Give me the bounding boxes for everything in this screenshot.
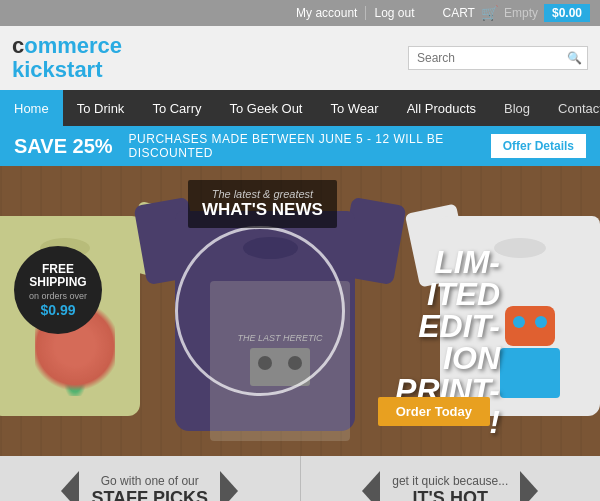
staff-picks-main: STAFF PICKS <box>91 488 208 501</box>
nav-right: Blog Contact About <box>490 90 600 126</box>
search-input[interactable] <box>417 51 567 65</box>
robot-design <box>490 306 570 406</box>
offer-details-button[interactable]: Offer Details <box>491 134 586 158</box>
search-icon: 🔍 <box>567 51 582 65</box>
promo-description: PURCHASES MADE BETWEEN JUNE 5 - 12 WILL … <box>129 132 475 160</box>
promo-banner: SAVE 25% PURCHASES MADE BETWEEN JUNE 5 -… <box>0 126 600 166</box>
my-account-link[interactable]: My account <box>288 6 366 20</box>
staff-picks-pre: Go with one of our <box>91 474 208 488</box>
promo-save-text: SAVE 25% <box>14 135 113 158</box>
robot-body <box>500 348 560 398</box>
right-shirt-collar <box>494 238 546 258</box>
hot-text: get it quick because... IT'S HOT <box>392 474 508 501</box>
hot-arrow-left-icon <box>362 471 380 501</box>
robot-eye-left <box>513 316 525 328</box>
nav-left: Home To Drink To Carry To Geek Out To We… <box>0 90 490 126</box>
log-out-link[interactable]: Log out <box>366 6 422 20</box>
cart-price: $0.00 <box>544 4 590 22</box>
nav-item-home[interactable]: Home <box>0 90 63 126</box>
order-today-button[interactable]: Order Today <box>378 397 490 426</box>
robot-head <box>505 306 555 346</box>
nav-item-to-wear[interactable]: To Wear <box>316 90 392 126</box>
whats-new-sub: The latest & greatest <box>202 188 323 200</box>
whats-new-badge: The latest & greatest WHAT'S NEWS <box>188 180 337 228</box>
nav-item-to-carry[interactable]: To Carry <box>138 90 215 126</box>
hero-section: THE LAST HERETIC The latest & <box>0 166 600 456</box>
cart-area: CART 🛒 Empty $0.00 <box>443 4 591 22</box>
nav-item-contact[interactable]: Contact <box>544 90 600 126</box>
hot-pre: get it quick because... <box>392 474 508 488</box>
nav-item-to-drink[interactable]: To Drink <box>63 90 139 126</box>
hot-arrow-right-icon <box>520 471 538 501</box>
cart-empty: Empty <box>504 6 538 20</box>
free-shipping-badge: FREE SHIPPING on orders over $0.99 <box>14 246 102 334</box>
free-shipping-price: $0.99 <box>40 302 75 318</box>
circle-overlay <box>175 226 345 396</box>
free-shipping-line2: SHIPPING <box>29 276 86 289</box>
header: commerce kickstart 🔍 <box>0 26 600 90</box>
top-bar: My account Log out CART 🛒 Empty $0.00 <box>0 0 600 26</box>
free-shipping-line1: FREE <box>42 263 74 276</box>
top-bar-links: My account Log out <box>288 6 422 20</box>
staff-picks-item[interactable]: Go with one of our STAFF PICKS <box>0 456 301 501</box>
nav-item-all-products[interactable]: All Products <box>393 90 490 126</box>
its-hot-item[interactable]: get it quick because... IT'S HOT <box>301 456 601 501</box>
staff-picks-text: Go with one of our STAFF PICKS <box>91 474 208 501</box>
robot-eye-right <box>535 316 547 328</box>
search-box[interactable]: 🔍 <box>408 46 588 70</box>
cart-icon: 🛒 <box>481 5 498 21</box>
nav-item-blog[interactable]: Blog <box>490 90 544 126</box>
logo[interactable]: commerce kickstart <box>12 34 122 82</box>
cart-label: CART <box>443 6 475 20</box>
bottom-section: Go with one of our STAFF PICKS get it qu… <box>0 456 600 501</box>
whats-new-main: WHAT'S NEWS <box>202 200 323 220</box>
arrow-left-icon <box>61 471 79 501</box>
main-nav: Home To Drink To Carry To Geek Out To We… <box>0 90 600 126</box>
logo-bottom: kickstart <box>12 58 122 82</box>
nav-item-to-geek-out[interactable]: To Geek Out <box>216 90 317 126</box>
hot-main: IT'S HOT <box>392 488 508 501</box>
arrow-right-icon <box>220 471 238 501</box>
free-shipping-sub: on orders over <box>29 291 87 302</box>
logo-top: commerce <box>12 34 122 58</box>
